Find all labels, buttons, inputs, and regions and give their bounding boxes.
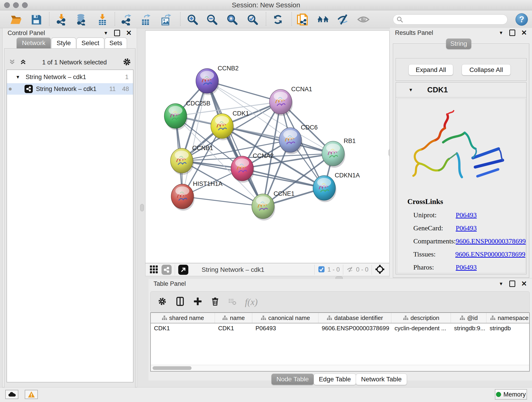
tab-select[interactable]: Select: [76, 38, 104, 48]
panel-close-icon[interactable]: ✕: [521, 280, 527, 287]
network-options-gear-icon[interactable]: [122, 57, 132, 67]
import-network-from-database-icon[interactable]: [75, 13, 88, 26]
tab-string[interactable]: String: [446, 38, 471, 49]
search-input[interactable]: [403, 16, 504, 23]
collection-expander-icon[interactable]: ▼: [16, 75, 20, 80]
tab-sets[interactable]: Sets: [105, 38, 127, 48]
network-node-CDC6[interactable]: [279, 128, 302, 154]
column-header-shared-name[interactable]: shared name: [151, 313, 215, 323]
scrollbar-thumb[interactable]: [152, 366, 191, 370]
network-node-CDK1[interactable]: [211, 114, 234, 140]
panel-menu-icon[interactable]: ▼: [499, 281, 503, 287]
panel-close-icon[interactable]: ✕: [126, 30, 132, 36]
table-cell[interactable]: 9606.ENSP00000378699: [318, 323, 391, 333]
table-cell[interactable]: stringdb:9...: [451, 323, 486, 333]
network-node-CDKN1A[interactable]: [313, 176, 336, 202]
network-node-HIST1H1A[interactable]: [171, 184, 195, 211]
crosslink-link[interactable]: P06493: [456, 211, 477, 219]
protein-header-row[interactable]: ▼ CDK1: [396, 83, 526, 97]
show-columns-icon[interactable]: [175, 297, 185, 307]
network-edge[interactable]: [242, 168, 324, 188]
new-network-from-selection-icon[interactable]: [297, 13, 309, 26]
network-node-CCNA2[interactable]: [231, 156, 254, 183]
panel-close-icon[interactable]: ✕: [521, 29, 527, 36]
column-header-namespace[interactable]: namespace: [486, 313, 532, 323]
network-node-RB1[interactable]: [322, 141, 345, 168]
crosslink-link[interactable]: 9606.ENSP00000378699: [455, 250, 525, 258]
network-node-CCNE1[interactable]: [252, 194, 275, 220]
column-header--id[interactable]: @id: [451, 313, 486, 323]
panel-float-icon[interactable]: [509, 30, 515, 36]
table-cell[interactable]: cyclin-dependent ...: [391, 323, 451, 333]
table-options-gear-icon[interactable]: [157, 297, 167, 307]
export-network-icon[interactable]: [120, 13, 133, 26]
column-header-canonical-name[interactable]: canonical name: [252, 313, 318, 323]
panel-float-icon[interactable]: [114, 30, 120, 36]
panel-menu-icon[interactable]: ▼: [104, 31, 108, 36]
help-icon[interactable]: ?: [515, 13, 528, 26]
table-cell[interactable]: P06493: [252, 323, 318, 333]
selected-checkbox-icon[interactable]: [318, 266, 325, 274]
column-header-name[interactable]: name: [215, 313, 252, 323]
network-collection-row[interactable]: ▼ String Network – cdk1 1: [7, 72, 133, 82]
table-row[interactable]: CDK1CDK1P064939606.ENSP00000378699cyclin…: [151, 323, 529, 333]
birdseye-navigator-icon[interactable]: [375, 264, 385, 275]
network-node-CCNB2[interactable]: [196, 69, 219, 95]
expand-all-icon[interactable]: [20, 58, 27, 66]
network-view-canvas[interactable]: CCNB2CCNA1CDC25BCDK1CDC6RB1CCNB1CCNA2CDK…: [145, 31, 389, 263]
collapse-all-button[interactable]: Collapse All: [462, 64, 511, 75]
memory-button[interactable]: Memory: [495, 389, 527, 400]
table-cell[interactable]: CDK1: [151, 323, 215, 333]
crosslink-link[interactable]: P06493: [456, 263, 477, 271]
show-all-icon[interactable]: [357, 13, 370, 26]
network-node-CCNA1[interactable]: [269, 89, 293, 116]
network-share-view-icon[interactable]: [162, 265, 172, 275]
network-edge[interactable]: [207, 81, 263, 206]
network-grid-view-icon[interactable]: [149, 265, 158, 275]
zoom-fit-content-icon[interactable]: [226, 13, 239, 26]
collapse-all-icon[interactable]: [9, 58, 16, 66]
hidden-eye-icon[interactable]: [346, 265, 354, 274]
column-header-database-identifier[interactable]: database identifier: [318, 313, 391, 323]
export-image-icon[interactable]: [159, 13, 172, 26]
first-neighbors-icon[interactable]: [317, 13, 330, 26]
warnings-button[interactable]: [25, 390, 38, 399]
network-view-title: String Network – cdk1: [202, 266, 264, 274]
network-row[interactable]: String Network – cdk1 11 48: [7, 83, 133, 95]
panel-menu-icon[interactable]: ▼: [499, 30, 503, 36]
export-table-icon[interactable]: [139, 13, 152, 26]
save-session-icon[interactable]: [30, 13, 43, 26]
table-horizontal-scrollbar[interactable]: [151, 365, 529, 371]
table-cell[interactable]: stringdb: [486, 323, 532, 333]
expand-all-button[interactable]: Expand All: [409, 64, 453, 75]
panel-float-icon[interactable]: [509, 281, 515, 287]
splitter-grip[interactable]: [140, 204, 144, 211]
import-network-from-file-icon[interactable]: [55, 13, 68, 26]
network-edge[interactable]: [182, 81, 207, 196]
tab-node-table[interactable]: Node Table: [271, 374, 314, 385]
hide-selection-icon[interactable]: [337, 13, 350, 26]
tab-edge-table[interactable]: Edge Table: [314, 374, 356, 385]
open-session-icon[interactable]: [10, 13, 22, 26]
network-node-CDC25B[interactable]: [164, 104, 188, 130]
column-header-description[interactable]: description: [391, 313, 451, 323]
results-panel-header: Results Panel ▼ ✕: [390, 28, 532, 38]
zoom-out-icon[interactable]: [206, 13, 218, 26]
cloud-button[interactable]: [5, 390, 18, 399]
import-table-from-file-icon[interactable]: [96, 13, 109, 26]
crosslink-link[interactable]: 9606.ENSP00000378699: [456, 237, 526, 245]
tab-network[interactable]: Network: [17, 38, 51, 48]
delete-column-icon[interactable]: [210, 297, 220, 307]
create-column-icon[interactable]: [193, 297, 202, 307]
tab-style[interactable]: Style: [51, 38, 76, 48]
network-tree: ▼ String Network – cdk1 1 String Network…: [7, 70, 133, 382]
network-export-view-icon[interactable]: [178, 265, 188, 275]
tab-network-table[interactable]: Network Table: [356, 374, 407, 385]
zoom-selected-icon[interactable]: [246, 13, 259, 26]
refresh-view-icon[interactable]: [272, 13, 284, 26]
crosslink-link[interactable]: P06493: [456, 224, 477, 232]
table-cell[interactable]: CDK1: [215, 323, 252, 333]
network-graph[interactable]: CCNB2CCNA1CDC25BCDK1CDC6RB1CCNB1CCNA2CDK…: [146, 31, 389, 263]
protein-expander-icon[interactable]: ▼: [409, 87, 413, 93]
zoom-in-icon[interactable]: [186, 13, 199, 26]
